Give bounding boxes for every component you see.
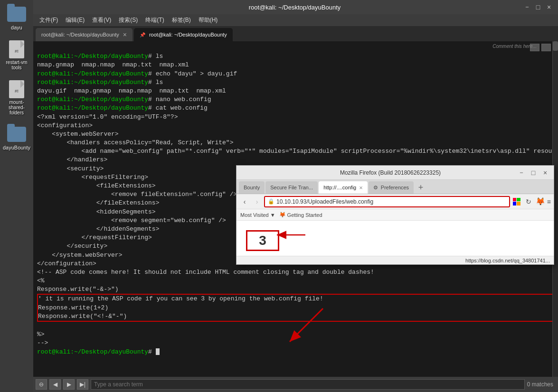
terminal-titlebar: root@kali: ~/Desktop/dayuBounty － □ ×	[33, 0, 558, 14]
desktop-icon-dayu[interactable]: dayu	[1, 5, 32, 30]
getting-started-bookmark[interactable]: 🦊 Getting Started	[279, 212, 322, 218]
ff-forward-btn[interactable]: ›	[252, 196, 262, 207]
toolbar-icon-2[interactable]	[541, 44, 551, 51]
ff-tab-prefs[interactable]: ⚙ Preferences	[369, 181, 414, 194]
status-url: https://blog.csdn.net/qq_34801741...	[465, 258, 550, 263]
terminal-tab-1[interactable]: root@kali: ~/Desktop/dayuBounty ×	[36, 28, 132, 41]
ff-maximize-btn[interactable]: □	[529, 168, 538, 177]
ff-minimize-btn[interactable]: －	[517, 168, 526, 177]
search-prev-btn[interactable]: ◀	[49, 379, 61, 390]
comment-placeholder: Comment this here...	[492, 44, 537, 49]
firefox-controls: － □ ×	[517, 168, 550, 177]
firefox-content: 3	[236, 221, 554, 256]
ff-tab-secure[interactable]: Secure File Tran...	[265, 181, 318, 194]
menubar: 文件(F) 编辑(E) 查看(V) 搜索(S) 终端(T) 标签(B) 帮助(H…	[33, 14, 558, 26]
menu-file[interactable]: 文件(F)	[36, 15, 62, 25]
tab2-pin-icon: 📌	[140, 32, 145, 37]
menu-view[interactable]: 查看(V)	[88, 15, 115, 25]
desktop-icon-mount[interactable]: #! mount-shared-folders	[1, 80, 32, 115]
getting-started-label: Getting Started	[287, 212, 322, 218]
firefox-window: Mozilla Firefox (Build 20180626223325) －…	[236, 165, 554, 265]
windows-icon	[513, 198, 520, 205]
ff-reload-btn[interactable]: ↻	[523, 196, 534, 207]
menu-terminal[interactable]: 终端(T)	[142, 15, 168, 25]
desktop-icons: dayu #! restart-vmtools #! mount-shared-…	[0, 0, 33, 392]
menu-edit[interactable]: 编辑(E)	[62, 15, 88, 25]
tab1-close[interactable]: ×	[123, 31, 127, 38]
search-last-btn[interactable]: ▶|	[77, 379, 88, 390]
ff-new-tab-btn[interactable]: +	[415, 181, 427, 194]
desktop: dayu #! restart-vmtools #! mount-shared-…	[0, 0, 558, 392]
tab1-label: root@kali: ~/Desktop/dayuBounty	[41, 32, 119, 37]
terminal-tabbar: root@kali: ~/Desktop/dayuBounty × 📌 root…	[33, 26, 558, 41]
firefox-tabbar: Bounty Secure File Tran... http://....co…	[236, 180, 554, 194]
firefox-bookmarks: Most Visited ▼ 🦊 Getting Started	[236, 209, 554, 221]
ff-tab-config-label: http://....config	[323, 185, 356, 190]
tab2-label: root@kali: ~/Desktop/dayuBounty	[149, 32, 227, 37]
most-visited-dropdown-icon: ▼	[270, 212, 275, 218]
terminal-tab-2[interactable]: 📌 root@kali: ~/Desktop/dayuBounty	[134, 28, 233, 41]
ff-tab-secure-label: Secure File Tran...	[270, 185, 313, 190]
titlebar-controls: － □ ×	[523, 3, 553, 11]
minimize-button[interactable]: －	[523, 3, 531, 11]
maximize-button[interactable]: □	[534, 3, 542, 11]
search-count: 0 matches	[527, 381, 553, 388]
terminal-title: root@kali: ~/Desktop/dayuBounty	[66, 4, 523, 11]
ff-tab-prefs-label: Preferences	[381, 185, 409, 190]
ff-tab-config-close[interactable]: ×	[359, 184, 363, 191]
search-next-btn[interactable]: ▶	[63, 379, 75, 390]
ff-tab-config[interactable]: http://....config ×	[319, 181, 368, 194]
lock-icon: 🔒	[268, 198, 274, 205]
firefox-navbar: ‹ › 🔒 10.10.10.93/UploadedFiles/web.conf…	[236, 194, 554, 209]
menu-search[interactable]: 搜索(S)	[115, 15, 142, 25]
desktop-icon-restart-vm[interactable]: #! restart-vmtools	[1, 40, 32, 70]
ff-tab-bounty[interactable]: Bounty	[239, 181, 265, 194]
firefox-bookmark-icon: 🦊	[279, 212, 286, 218]
ff-tab-bounty-label: Bounty	[244, 185, 260, 190]
ff-close-btn[interactable]: ×	[540, 168, 550, 177]
search-close-btn[interactable]: ⊖	[36, 379, 47, 390]
address-bar[interactable]: 🔒 10.10.10.93/UploadedFiles/web.config	[264, 196, 510, 207]
firefox-title: Mozilla Firefox (Build 20180626223325)	[264, 169, 517, 176]
menu-help[interactable]: 帮助(H)	[195, 15, 222, 25]
firefox-statusbar: https://blog.csdn.net/qq_34801741...	[236, 256, 554, 264]
search-input[interactable]	[91, 379, 525, 390]
ff-back-btn[interactable]: ‹	[239, 196, 250, 207]
firefox-icon: 🦊	[536, 197, 545, 206]
terminal-searchbar: ⊖ ◀ ▶ ▶| 0 matches	[33, 377, 558, 392]
prefs-gear-icon: ⚙	[373, 185, 378, 191]
most-visited-label: Most Visited	[240, 212, 269, 218]
firefox-titlebar: Mozilla Firefox (Build 20180626223325) －…	[236, 166, 554, 180]
menu-label[interactable]: 标签(B)	[168, 15, 195, 25]
address-text: 10.10.10.93/UploadedFiles/web.config	[276, 198, 506, 205]
ff-menu-btn[interactable]: ≡	[547, 198, 551, 205]
close-button[interactable]: ×	[545, 3, 553, 11]
most-visited-bookmark[interactable]: Most Visited ▼	[240, 212, 275, 218]
desktop-icon-dayubounty[interactable]: dayuBounty	[1, 125, 32, 150]
left-arrow-svg	[272, 226, 310, 245]
